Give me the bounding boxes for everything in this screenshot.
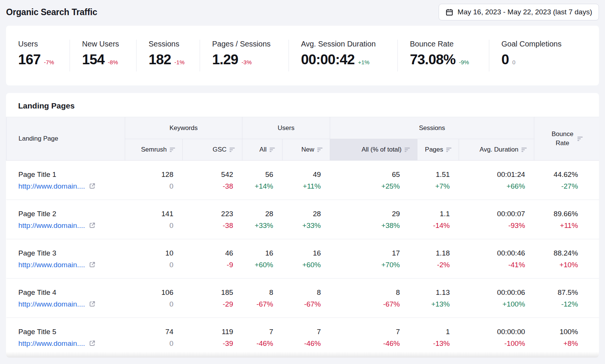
- external-link-icon[interactable]: [89, 222, 96, 229]
- cell-landing-page: Page Title 5http://www.domain....: [6, 318, 125, 357]
- metric-delta: -29: [183, 298, 233, 310]
- metric-delta: -93%: [459, 220, 525, 231]
- metric-value: 1: [418, 326, 450, 338]
- col-header-avg-duration[interactable]: Avg. Duration: [459, 139, 534, 161]
- col-header-users-new[interactable]: New: [282, 139, 330, 161]
- page-url-link[interactable]: http://www.domain....: [19, 259, 85, 271]
- date-range-picker[interactable]: May 16, 2023 - May 22, 2023 (last 7 days…: [439, 4, 599, 20]
- metric-value: 1.13: [418, 287, 450, 298]
- col-header-pages[interactable]: Pages: [417, 139, 459, 161]
- metric-value: 89.66%: [535, 208, 578, 220]
- stat-delta: 0: [512, 59, 515, 65]
- metric-delta: +70%: [330, 259, 400, 271]
- metric-value-link[interactable]: 106: [126, 287, 174, 298]
- col-header-label: Avg. Duration: [479, 146, 518, 153]
- external-link-icon[interactable]: [89, 300, 96, 307]
- cell-users-new: 7-46%: [282, 318, 330, 357]
- page-url-link[interactable]: http://www.domain....: [19, 338, 85, 349]
- metric-delta: -100%: [459, 338, 525, 349]
- cell-users-new: 28+33%: [282, 200, 330, 239]
- table-row: Page Title 1http://www.domain....1280542…: [6, 161, 599, 200]
- page-url-link[interactable]: http://www.domain....: [19, 298, 85, 310]
- metric-delta: +8%: [535, 338, 578, 349]
- external-link-icon[interactable]: [89, 183, 96, 189]
- external-link-icon[interactable]: [89, 261, 96, 268]
- col-header-bounce-rate[interactable]: Bounce Rate: [534, 117, 599, 161]
- metric-value-link[interactable]: 74: [126, 326, 174, 338]
- col-header-landing-page: Landing Page: [6, 117, 125, 161]
- metric-value: 00:00:06: [459, 287, 525, 298]
- cell-pages: 1.1-14%: [417, 200, 459, 239]
- metric-delta: -2%: [418, 259, 450, 271]
- cell-landing-page: Page Title 4http://www.domain....: [6, 279, 125, 318]
- page-url-link[interactable]: http://www.domain....: [19, 220, 85, 231]
- page-title-text: Page Title 4: [19, 287, 122, 298]
- col-header-label: New: [301, 146, 314, 153]
- cell-bounce: 100%+8%: [534, 318, 599, 357]
- stat-sessions: Sessions182-1%: [136, 40, 200, 71]
- metric-delta: +7%: [418, 180, 450, 192]
- page-url-link[interactable]: http://www.domain....: [19, 180, 85, 192]
- col-header-semrush[interactable]: Semrush: [125, 139, 183, 161]
- metric-value-link[interactable]: 141: [126, 208, 174, 220]
- stat-label: Pages / Sessions: [212, 40, 289, 48]
- cell-gsc: 46-9: [183, 239, 242, 279]
- stat-goal-completions: Goal Completions00: [489, 40, 587, 71]
- stat-users: Users167-7%: [6, 40, 70, 71]
- metric-value: 65: [330, 169, 400, 180]
- cell-sessions-all: 7-46%: [330, 318, 417, 357]
- stat-value: 73.08%: [410, 52, 456, 68]
- metric-value: 1.1: [418, 208, 450, 220]
- cell-users-all: 28+33%: [242, 200, 282, 239]
- metric-value: 100%: [535, 326, 578, 338]
- sort-icon: [521, 147, 527, 152]
- stat-value: 0: [501, 52, 509, 68]
- cell-landing-page: Page Title 2http://www.domain....: [6, 200, 125, 239]
- cell-semrush: 1410: [125, 200, 183, 239]
- metric-value-link[interactable]: 542: [183, 169, 233, 180]
- cell-sessions-all: 17+70%: [330, 239, 417, 279]
- metric-delta: 0: [126, 220, 174, 231]
- metric-value-link[interactable]: 10: [126, 247, 174, 259]
- metric-value: 1.18: [418, 247, 450, 259]
- metric-value: 16: [243, 247, 273, 259]
- metric-delta: -27%: [535, 180, 578, 192]
- metric-value: 28: [283, 208, 321, 220]
- metric-value-link[interactable]: 46: [183, 247, 233, 259]
- metric-delta: -38: [183, 220, 233, 231]
- table-row: Page Title 5http://www.domain....740119-…: [6, 318, 599, 357]
- metric-value: 00:00:07: [459, 208, 525, 220]
- cell-avg-duration: 00:01:24+66%: [459, 161, 534, 200]
- metric-delta: 0: [126, 298, 174, 310]
- sort-icon: [446, 147, 452, 152]
- metric-value: 49: [283, 169, 321, 180]
- page-title-text: Page Title 1: [19, 169, 122, 180]
- cell-pages: 1.18-2%: [417, 239, 459, 279]
- metric-delta: -9: [183, 259, 233, 271]
- metric-value-link[interactable]: 185: [183, 287, 233, 298]
- metric-delta: -46%: [243, 338, 273, 349]
- external-link-icon[interactable]: [89, 340, 96, 347]
- metric-delta: 0: [126, 338, 174, 349]
- metric-delta: -67%: [243, 298, 273, 310]
- calendar-icon: [445, 8, 453, 16]
- metric-delta: +25%: [330, 180, 400, 192]
- stat-delta: -9%: [459, 59, 469, 65]
- col-group-keywords: Keywords: [125, 117, 242, 139]
- col-header-label: GSC: [213, 146, 226, 153]
- stat-delta: -8%: [108, 59, 118, 65]
- stat-pages-sessions: Pages / Sessions1.29-3%: [200, 40, 289, 71]
- cell-semrush: 100: [125, 239, 183, 279]
- cell-avg-duration: 00:00:07-93%: [459, 200, 534, 239]
- table-row: Page Title 4http://www.domain....1060185…: [6, 279, 599, 318]
- col-header-sessions-all[interactable]: All (% of total): [330, 139, 417, 161]
- metric-value-link[interactable]: 128: [126, 169, 174, 180]
- cell-semrush: 1280: [125, 161, 183, 200]
- col-header-users-all[interactable]: All: [242, 139, 282, 161]
- metric-value: 8: [243, 287, 273, 298]
- metric-value-link[interactable]: 223: [183, 208, 233, 220]
- metric-value-link[interactable]: 119: [183, 326, 233, 338]
- col-header-gsc[interactable]: GSC: [183, 139, 242, 161]
- metric-delta: +66%: [459, 180, 525, 192]
- metric-value: 8: [283, 287, 321, 298]
